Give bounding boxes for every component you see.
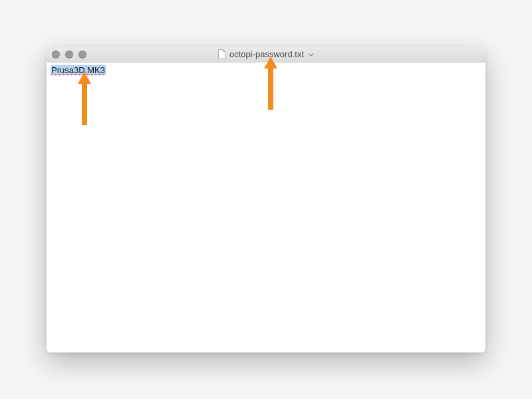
selected-text[interactable]: Prusa3D.MK3 <box>51 65 106 75</box>
title-area[interactable]: octopi-password.txt <box>218 49 314 59</box>
zoom-button[interactable] <box>78 51 86 59</box>
text-editor-window: octopi-password.txt Prusa3D.MK3 <box>47 47 485 352</box>
traffic-lights <box>52 51 86 59</box>
chevron-down-icon[interactable] <box>309 51 314 58</box>
close-button[interactable] <box>52 51 60 59</box>
minimize-button[interactable] <box>65 51 73 59</box>
window-title: octopi-password.txt <box>229 49 304 59</box>
window-titlebar[interactable]: octopi-password.txt <box>47 47 485 63</box>
editor-content-area[interactable]: Prusa3D.MK3 <box>47 63 485 352</box>
document-icon <box>218 49 226 59</box>
